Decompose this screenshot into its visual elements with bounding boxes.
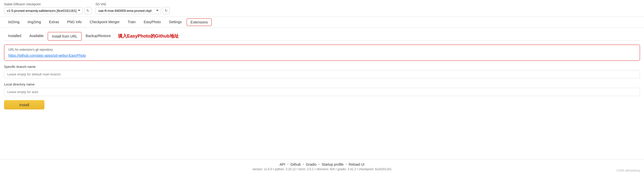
footer: API • Github • Gradio • Startup profile … [0,159,644,174]
footer-dot-4: • [346,163,347,166]
content-area: Installed Available Install from URL Bac… [0,28,644,113]
tab-img2img[interactable]: img2img [23,17,45,27]
dir-label: Local directory name [4,82,640,86]
tab-checkpoint-merger[interactable]: Checkpoint Merger [86,17,123,27]
vae-refresh-button[interactable]: ↻ [163,7,170,14]
main-nav: txt2img img2img Extras PNG Info Checkpoi… [0,17,644,28]
vae-select[interactable]: vae-ft-mse-840000-ema-pruned.ckpt [95,7,161,14]
branch-group: Specific branch name [4,65,640,78]
top-bar: Stable Diffusion checkpoint v1-5-pruned-… [0,0,644,17]
footer-dot-2: • [303,163,304,166]
footer-startup-link[interactable]: Startup profile [321,162,343,166]
sub-tab-install-from-url[interactable]: Install from URL [48,32,82,41]
tab-extensions[interactable]: Extensions [187,18,211,26]
sub-tab-backup-restore[interactable]: Backup/Restore [82,32,115,40]
dir-group: Local directory name [4,82,640,96]
install-button[interactable]: Install [4,100,44,109]
annotation-text: 填入EasyPhoto的Github地址 [118,33,179,39]
url-form-section: URL for extension's git repository [4,45,640,61]
checkpoint-select-wrapper: v1-5-pruned-emaonly.safetensors [6ce0161… [4,7,91,14]
footer-links: API • Github • Gradio • Startup profile … [3,162,641,166]
sub-tab-available[interactable]: Available [25,32,48,40]
watermark: CSDN @Bubbliiing [616,169,640,172]
footer-reload-link[interactable]: Reload UI [349,162,364,166]
checkpoint-select[interactable]: v1-5-pruned-emaonly.safetensors [6ce0161… [4,7,83,14]
checkpoint-label: Stable Diffusion checkpoint [4,3,91,6]
footer-gradio-link[interactable]: Gradio [306,162,316,166]
sub-tabs: Installed Available Install from URL Bac… [4,32,640,41]
tab-easyphoto[interactable]: EasyPhoto [140,17,165,27]
tab-extras[interactable]: Extras [45,17,63,27]
vae-label: SD VAE [95,3,170,6]
checkpoint-group: Stable Diffusion checkpoint v1-5-pruned-… [4,3,91,14]
footer-api-link[interactable]: API [280,162,285,166]
branch-label: Specific branch name [4,65,640,69]
url-input[interactable] [8,53,636,57]
tab-png-info[interactable]: PNG Info [63,17,86,27]
tab-settings[interactable]: Settings [165,17,186,27]
sub-tab-installed[interactable]: Installed [4,32,25,40]
footer-dot-1: • [287,163,288,166]
checkpoint-refresh-button[interactable]: ↻ [84,7,91,14]
branch-input[interactable] [4,70,640,78]
footer-dot-3: • [318,163,319,166]
footer-github-link[interactable]: Github [290,162,301,166]
footer-version: version: v1.6.0 • python: 3.10.12 • torc… [3,167,641,171]
dir-input[interactable] [4,88,640,96]
vae-group: SD VAE vae-ft-mse-840000-ema-pruned.ckpt… [95,3,170,14]
tab-txt2img[interactable]: txt2img [4,17,23,27]
tab-train[interactable]: Train [124,17,140,27]
vae-select-wrapper: vae-ft-mse-840000-ema-pruned.ckpt ↻ [95,7,170,14]
url-field-label: URL for extension's git repository [8,48,636,51]
